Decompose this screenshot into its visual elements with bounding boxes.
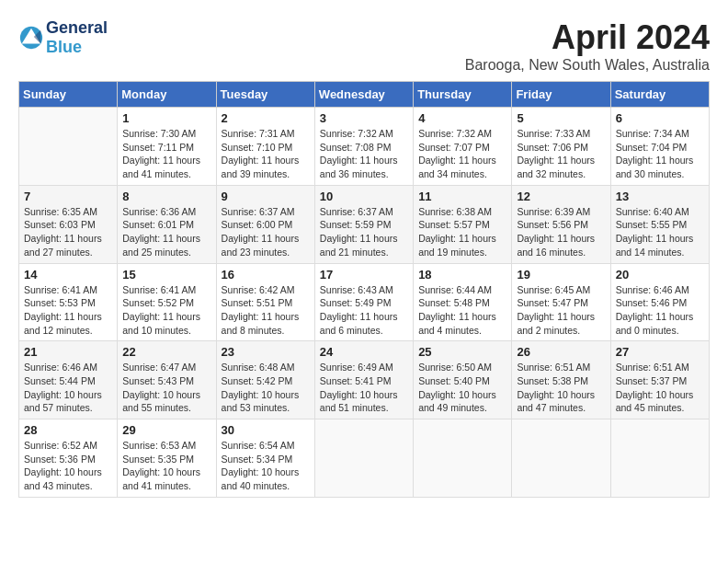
day-info: Sunrise: 6:35 AM Sunset: 6:03 PM Dayligh…: [24, 205, 112, 259]
day-number: 2: [222, 111, 310, 125]
calendar-day-cell: 8Sunrise: 6:36 AM Sunset: 6:01 PM Daylig…: [118, 185, 216, 263]
day-number: 19: [517, 268, 605, 282]
calendar-day-cell: 14Sunrise: 6:41 AM Sunset: 5:53 PM Dayli…: [19, 263, 118, 341]
day-info: Sunrise: 6:54 AM Sunset: 5:34 PM Dayligh…: [222, 439, 310, 493]
day-number: 13: [616, 190, 704, 203]
day-info: Sunrise: 6:51 AM Sunset: 5:38 PM Dayligh…: [517, 361, 605, 415]
calendar-day-cell: 6Sunrise: 7:34 AM Sunset: 7:04 PM Daylig…: [610, 108, 709, 186]
day-number: 16: [222, 268, 310, 282]
logo-icon: [18, 25, 44, 51]
day-number: 23: [222, 345, 310, 359]
day-number: 20: [616, 268, 704, 282]
calendar-day-cell: 10Sunrise: 6:37 AM Sunset: 5:59 PM Dayli…: [314, 185, 413, 263]
day-number: 18: [418, 268, 506, 282]
calendar-day-cell: 16Sunrise: 6:42 AM Sunset: 5:51 PM Dayli…: [216, 263, 314, 341]
day-info: Sunrise: 6:48 AM Sunset: 5:42 PM Dayligh…: [222, 361, 310, 415]
calendar-week-row: 14Sunrise: 6:41 AM Sunset: 5:53 PM Dayli…: [19, 263, 710, 341]
calendar-day-cell: 7Sunrise: 6:35 AM Sunset: 6:03 PM Daylig…: [19, 185, 118, 263]
day-info: Sunrise: 6:41 AM Sunset: 5:53 PM Dayligh…: [24, 283, 112, 338]
day-info: Sunrise: 7:34 AM Sunset: 7:04 PM Dayligh…: [616, 127, 704, 181]
day-info: Sunrise: 6:47 AM Sunset: 5:43 PM Dayligh…: [122, 361, 210, 415]
weekday-header: Wednesday: [314, 82, 413, 108]
weekday-header: Saturday: [610, 82, 709, 108]
calendar-day-cell: 23Sunrise: 6:48 AM Sunset: 5:42 PM Dayli…: [216, 341, 314, 419]
calendar-day-cell: 11Sunrise: 6:38 AM Sunset: 5:57 PM Dayli…: [414, 185, 512, 263]
day-info: Sunrise: 6:40 AM Sunset: 5:55 PM Dayligh…: [616, 205, 704, 259]
day-number: 17: [320, 268, 408, 282]
calendar-table: SundayMondayTuesdayWednesdayThursdayFrid…: [18, 81, 710, 498]
calendar-day-cell: 17Sunrise: 6:43 AM Sunset: 5:49 PM Dayli…: [314, 263, 413, 341]
month-title: April 2024: [465, 18, 710, 57]
calendar-day-cell: 18Sunrise: 6:44 AM Sunset: 5:48 PM Dayli…: [414, 263, 512, 341]
day-info: Sunrise: 7:32 AM Sunset: 7:08 PM Dayligh…: [320, 127, 408, 181]
day-number: 14: [24, 268, 112, 282]
day-number: 22: [122, 345, 210, 359]
location-title: Barooga, New South Wales, Australia: [465, 57, 710, 74]
day-info: Sunrise: 6:38 AM Sunset: 5:57 PM Dayligh…: [418, 205, 506, 259]
weekday-header: Monday: [118, 82, 216, 108]
logo: General Blue: [18, 18, 108, 57]
day-info: Sunrise: 6:46 AM Sunset: 5:44 PM Dayligh…: [24, 361, 112, 415]
day-info: Sunrise: 7:33 AM Sunset: 7:06 PM Dayligh…: [517, 127, 605, 181]
calendar-empty-cell: [414, 419, 512, 498]
calendar-day-cell: 12Sunrise: 6:39 AM Sunset: 5:56 PM Dayli…: [512, 185, 610, 263]
weekday-header: Friday: [512, 82, 610, 108]
calendar-empty-cell: [512, 419, 610, 498]
calendar-day-cell: 9Sunrise: 6:37 AM Sunset: 6:00 PM Daylig…: [216, 185, 314, 263]
calendar-day-cell: 3Sunrise: 7:32 AM Sunset: 7:08 PM Daylig…: [314, 108, 413, 186]
calendar-day-cell: 2Sunrise: 7:31 AM Sunset: 7:10 PM Daylig…: [216, 108, 314, 186]
calendar-week-row: 21Sunrise: 6:46 AM Sunset: 5:44 PM Dayli…: [19, 341, 710, 419]
day-info: Sunrise: 7:30 AM Sunset: 7:11 PM Dayligh…: [122, 127, 210, 181]
calendar-day-cell: 19Sunrise: 6:45 AM Sunset: 5:47 PM Dayli…: [512, 263, 610, 341]
day-number: 28: [24, 423, 112, 437]
calendar-day-cell: 13Sunrise: 6:40 AM Sunset: 5:55 PM Dayli…: [610, 185, 709, 263]
calendar-empty-cell: [610, 419, 709, 498]
day-number: 12: [517, 190, 605, 203]
day-number: 4: [418, 111, 506, 125]
day-info: Sunrise: 6:41 AM Sunset: 5:52 PM Dayligh…: [122, 283, 210, 338]
day-number: 6: [616, 111, 704, 125]
day-number: 26: [517, 345, 605, 359]
day-number: 7: [24, 190, 112, 203]
calendar-day-cell: 4Sunrise: 7:32 AM Sunset: 7:07 PM Daylig…: [414, 108, 512, 186]
day-info: Sunrise: 6:51 AM Sunset: 5:37 PM Dayligh…: [616, 361, 704, 415]
day-info: Sunrise: 6:46 AM Sunset: 5:46 PM Dayligh…: [616, 283, 704, 338]
calendar-week-row: 28Sunrise: 6:52 AM Sunset: 5:36 PM Dayli…: [19, 419, 710, 498]
day-number: 24: [320, 345, 408, 359]
day-number: 25: [418, 345, 506, 359]
calendar-day-cell: 20Sunrise: 6:46 AM Sunset: 5:46 PM Dayli…: [610, 263, 709, 341]
calendar-day-cell: 27Sunrise: 6:51 AM Sunset: 5:37 PM Dayli…: [610, 341, 709, 419]
calendar-empty-cell: [314, 419, 413, 498]
calendar-day-cell: 1Sunrise: 7:30 AM Sunset: 7:11 PM Daylig…: [118, 108, 216, 186]
calendar-day-cell: 24Sunrise: 6:49 AM Sunset: 5:41 PM Dayli…: [314, 341, 413, 419]
calendar-week-row: 7Sunrise: 6:35 AM Sunset: 6:03 PM Daylig…: [19, 185, 710, 263]
calendar-day-cell: 29Sunrise: 6:53 AM Sunset: 5:35 PM Dayli…: [118, 419, 216, 498]
day-number: 27: [616, 345, 704, 359]
day-number: 5: [517, 111, 605, 125]
day-info: Sunrise: 6:39 AM Sunset: 5:56 PM Dayligh…: [517, 205, 605, 259]
day-number: 21: [24, 345, 112, 359]
day-info: Sunrise: 6:37 AM Sunset: 6:00 PM Dayligh…: [222, 205, 310, 259]
day-info: Sunrise: 6:37 AM Sunset: 5:59 PM Dayligh…: [320, 205, 408, 259]
weekday-header: Tuesday: [216, 82, 314, 108]
day-number: 8: [122, 190, 210, 203]
calendar-day-cell: 26Sunrise: 6:51 AM Sunset: 5:38 PM Dayli…: [512, 341, 610, 419]
page-header: General Blue April 2024 Barooga, New Sou…: [18, 18, 710, 74]
day-number: 15: [122, 268, 210, 282]
day-info: Sunrise: 6:53 AM Sunset: 5:35 PM Dayligh…: [122, 439, 210, 493]
calendar-week-row: 1Sunrise: 7:30 AM Sunset: 7:11 PM Daylig…: [19, 108, 710, 186]
calendar-day-cell: 15Sunrise: 6:41 AM Sunset: 5:52 PM Dayli…: [118, 263, 216, 341]
day-info: Sunrise: 6:50 AM Sunset: 5:40 PM Dayligh…: [418, 361, 506, 415]
day-info: Sunrise: 6:52 AM Sunset: 5:36 PM Dayligh…: [24, 439, 112, 493]
day-number: 30: [222, 423, 310, 437]
logo-general-text: General: [46, 18, 108, 37]
day-number: 10: [320, 190, 408, 203]
calendar-day-cell: 22Sunrise: 6:47 AM Sunset: 5:43 PM Dayli…: [118, 341, 216, 419]
day-number: 3: [320, 111, 408, 125]
day-info: Sunrise: 6:44 AM Sunset: 5:48 PM Dayligh…: [418, 283, 506, 338]
calendar-day-cell: 5Sunrise: 7:33 AM Sunset: 7:06 PM Daylig…: [512, 108, 610, 186]
logo-blue-text: Blue: [46, 38, 82, 56]
weekday-header: Thursday: [414, 82, 512, 108]
day-info: Sunrise: 6:43 AM Sunset: 5:49 PM Dayligh…: [320, 283, 408, 338]
day-number: 1: [122, 111, 210, 125]
